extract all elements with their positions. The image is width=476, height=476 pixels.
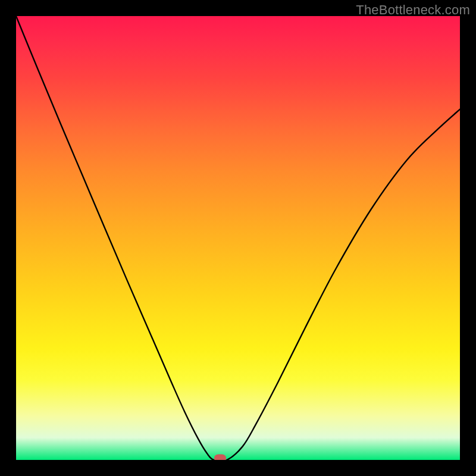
optimal-point-marker <box>214 455 226 461</box>
chart-frame: TheBottleneck.com <box>0 0 476 476</box>
bottleneck-curve <box>16 16 460 460</box>
plot-area <box>16 16 460 460</box>
